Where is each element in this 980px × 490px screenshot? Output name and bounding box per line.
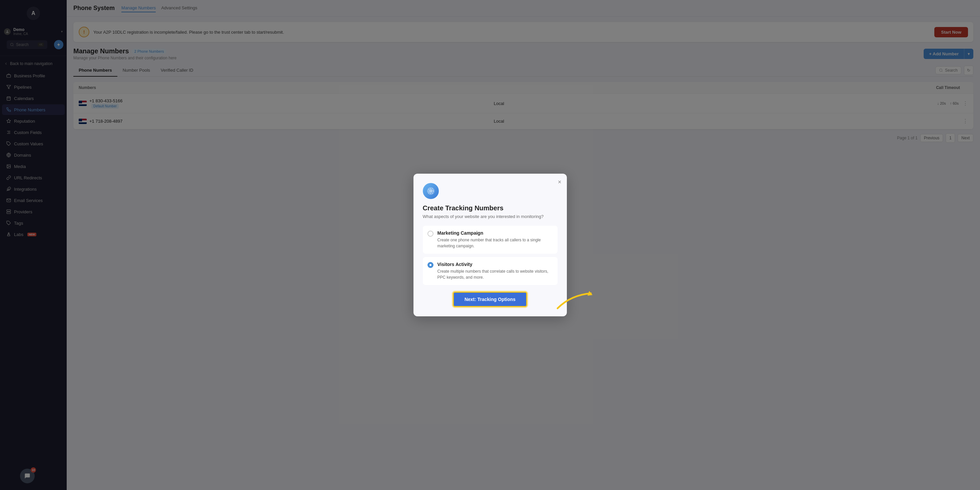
option-marketing-campaign[interactable]: Marketing Campaign Create one phone numb… (423, 226, 557, 254)
option-desc-visitors: Create multiple numbers that correlate c… (438, 268, 553, 280)
option-label-marketing: Marketing Campaign (438, 230, 553, 235)
next-tracking-options-button[interactable]: Next: Tracking Options (453, 292, 527, 307)
option-label-visitors: Visitors Activity (438, 262, 553, 267)
arrow-annotation (554, 288, 598, 320)
radio-visitors-activity[interactable] (428, 262, 433, 268)
modal-subtitle: What aspects of your website are you int… (423, 214, 557, 219)
option-desc-marketing: Create one phone number that tracks all … (438, 237, 553, 249)
create-tracking-numbers-modal: × Create Tracking Numbers What aspects o… (414, 173, 567, 317)
modal-overlay[interactable]: × Create Tracking Numbers What aspects o… (0, 0, 980, 490)
modal-footer: Next: Tracking Options (423, 292, 557, 307)
modal-close-button[interactable]: × (558, 179, 562, 185)
radio-marketing-campaign[interactable] (428, 231, 433, 237)
svg-marker-22 (587, 291, 593, 296)
modal-title: Create Tracking Numbers (423, 204, 557, 212)
option-visitors-activity[interactable]: Visitors Activity Create multiple number… (423, 257, 557, 285)
svg-point-20 (430, 190, 432, 192)
modal-icon (423, 183, 439, 199)
svg-point-21 (428, 189, 433, 193)
